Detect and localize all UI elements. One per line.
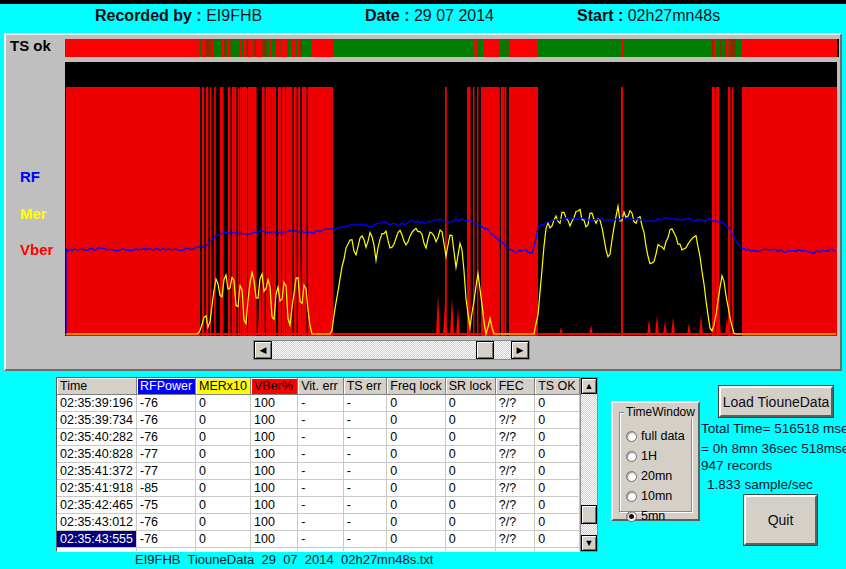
radio-icon[interactable]: [626, 511, 637, 522]
table-cell[interactable]: ?/?: [495, 446, 534, 463]
column-header-vber-[interactable]: VBer%: [251, 378, 298, 395]
scroll-up-icon[interactable]: ▲: [581, 378, 597, 394]
table-cell[interactable]: ?/?: [495, 514, 534, 531]
table-cell[interactable]: 0: [535, 429, 580, 446]
table-cell[interactable]: 0: [387, 412, 445, 429]
table-cell[interactable]: 02:35:40:828: [57, 446, 137, 463]
table-cell[interactable]: -: [298, 480, 344, 497]
hscroll-thumb[interactable]: [476, 341, 494, 359]
table-cell[interactable]: -77: [137, 463, 196, 480]
table-cell[interactable]: 02:35:41:918: [57, 480, 137, 497]
column-header-vit-err[interactable]: Vit. err: [298, 378, 344, 395]
table-cell[interactable]: 0: [196, 463, 251, 480]
table-cell[interactable]: 0: [535, 446, 580, 463]
table-cell[interactable]: -: [298, 463, 344, 480]
radio-option-5mn[interactable]: 5mn: [626, 509, 665, 523]
table-vscrollbar[interactable]: ▲ ▼: [580, 377, 598, 552]
table-cell[interactable]: -: [343, 531, 387, 548]
table-cell[interactable]: 0: [387, 480, 445, 497]
table-cell[interactable]: -: [298, 429, 344, 446]
radio-icon[interactable]: [626, 491, 637, 502]
table-cell[interactable]: -: [343, 429, 387, 446]
table-cell[interactable]: -: [343, 463, 387, 480]
table-row[interactable]: 02:35:43:555-760100--00?/?0: [57, 531, 580, 548]
table-cell[interactable]: 100: [251, 395, 298, 412]
table-cell[interactable]: 0: [535, 480, 580, 497]
table-cell[interactable]: 100: [251, 463, 298, 480]
radio-option-1h[interactable]: 1H: [626, 449, 657, 463]
table-cell[interactable]: ?/?: [495, 480, 534, 497]
table-cell[interactable]: -: [298, 395, 344, 412]
column-header-ts-ok[interactable]: TS OK: [535, 378, 580, 395]
table-cell[interactable]: 02:35:40:282: [57, 429, 137, 446]
table-cell[interactable]: 0: [387, 429, 445, 446]
table-cell[interactable]: ?/?: [495, 429, 534, 446]
table-cell[interactable]: -76: [137, 395, 196, 412]
table-cell[interactable]: ?/?: [495, 497, 534, 514]
table-cell[interactable]: 0: [535, 395, 580, 412]
radio-icon[interactable]: [626, 431, 637, 442]
table-row[interactable]: 02:35:41:918-850100--00?/?0: [57, 480, 580, 497]
table-cell[interactable]: 0: [535, 514, 580, 531]
table-row[interactable]: 02:35:40:282-760100--00?/?0: [57, 429, 580, 446]
table-cell[interactable]: -76: [137, 412, 196, 429]
table-row[interactable]: 02:35:39:196-760100--00?/?0: [57, 395, 580, 412]
table-cell[interactable]: 0: [196, 531, 251, 548]
quit-button[interactable]: Quit: [744, 495, 817, 545]
table-cell[interactable]: 02:35:41:372: [57, 463, 137, 480]
table-cell[interactable]: 0: [387, 531, 445, 548]
table-cell[interactable]: -: [343, 395, 387, 412]
table-cell[interactable]: 0: [445, 395, 495, 412]
vscroll-thumb[interactable]: [581, 505, 597, 524]
column-header-rfpower[interactable]: RFPower: [137, 378, 196, 395]
table-cell[interactable]: 0: [535, 531, 580, 548]
table-row[interactable]: 02:35:40:828-770100--00?/?0: [57, 446, 580, 463]
table-cell[interactable]: 0: [387, 395, 445, 412]
column-header-time[interactable]: Time: [57, 378, 137, 395]
column-header-fec[interactable]: FEC: [495, 378, 534, 395]
table-cell[interactable]: 0: [535, 463, 580, 480]
table-cell[interactable]: 0: [196, 497, 251, 514]
table-row[interactable]: 02:35:42:465-750100--00?/?0: [57, 497, 580, 514]
table-cell[interactable]: -75: [137, 497, 196, 514]
table-cell[interactable]: -76: [137, 429, 196, 446]
table-cell[interactable]: ?/?: [495, 412, 534, 429]
table-cell[interactable]: 0: [196, 514, 251, 531]
table-cell[interactable]: ?/?: [495, 463, 534, 480]
table-cell[interactable]: 0: [196, 480, 251, 497]
table-cell[interactable]: 0: [445, 412, 495, 429]
column-header-merx10[interactable]: MERx10: [196, 378, 251, 395]
table-cell[interactable]: 0: [196, 395, 251, 412]
scroll-left-icon[interactable]: ◀: [254, 341, 272, 359]
scroll-down-icon[interactable]: ▼: [581, 535, 597, 551]
table-cell[interactable]: 0: [387, 446, 445, 463]
radio-option-full-data[interactable]: full data: [626, 429, 685, 443]
table-cell[interactable]: 02:35:42:465: [57, 497, 137, 514]
scroll-right-icon[interactable]: ▶: [511, 341, 529, 359]
table-cell[interactable]: 0: [445, 463, 495, 480]
table-cell[interactable]: 100: [251, 412, 298, 429]
table-cell[interactable]: 100: [251, 531, 298, 548]
radio-icon[interactable]: [626, 471, 637, 482]
table-cell[interactable]: 0: [196, 412, 251, 429]
chart-hscrollbar[interactable]: ◀ ▶: [253, 340, 530, 360]
table-cell[interactable]: 100: [251, 429, 298, 446]
table-cell[interactable]: 100: [251, 497, 298, 514]
table-cell[interactable]: -: [298, 446, 344, 463]
table-cell[interactable]: 0: [445, 531, 495, 548]
table-cell[interactable]: 0: [445, 429, 495, 446]
table-cell[interactable]: 0: [387, 514, 445, 531]
table-cell[interactable]: -: [298, 531, 344, 548]
table-cell[interactable]: 0: [445, 480, 495, 497]
table-cell[interactable]: 0: [535, 497, 580, 514]
table-cell[interactable]: 100: [251, 446, 298, 463]
table-cell[interactable]: 0: [387, 463, 445, 480]
table-cell[interactable]: 100: [251, 514, 298, 531]
table-cell[interactable]: -: [298, 514, 344, 531]
radio-option-10mn[interactable]: 10mn: [626, 489, 672, 503]
radio-icon[interactable]: [626, 451, 637, 462]
radio-option-20mn[interactable]: 20mn: [626, 469, 672, 483]
table-cell[interactable]: -: [343, 446, 387, 463]
table-row[interactable]: 02:35:39:734-760100--00?/?0: [57, 412, 580, 429]
table-row[interactable]: 02:35:43:012-760100--00?/?0: [57, 514, 580, 531]
